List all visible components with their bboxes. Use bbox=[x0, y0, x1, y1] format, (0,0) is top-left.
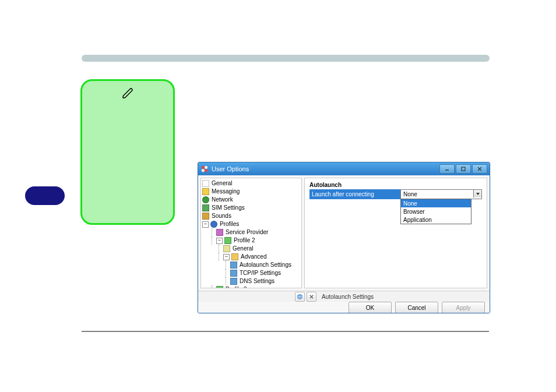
page-icon bbox=[202, 180, 209, 187]
tree-item-general[interactable]: General bbox=[202, 245, 301, 253]
option-browser[interactable]: Browser bbox=[401, 207, 471, 216]
svg-rect-5 bbox=[462, 167, 465, 171]
tree-item-messaging[interactable]: Messaging bbox=[202, 188, 301, 196]
sim-icon bbox=[202, 204, 209, 211]
leaf-icon bbox=[230, 270, 237, 277]
tree-item-label: Profile 2 bbox=[234, 236, 255, 245]
leaf-icon bbox=[230, 278, 237, 285]
close-button[interactable] bbox=[472, 164, 487, 174]
svg-point-2 bbox=[202, 169, 205, 172]
leaf-icon bbox=[230, 262, 237, 269]
tree-item-autolaunch-settings[interactable]: Autolaunch Settings bbox=[202, 261, 301, 269]
expander-icon[interactable]: − bbox=[202, 221, 209, 228]
tree-item-label: Autolaunch Settings bbox=[240, 261, 291, 269]
adv-icon bbox=[231, 253, 238, 260]
status-clear-icon[interactable] bbox=[307, 292, 316, 302]
top-rounded-divider bbox=[82, 55, 490, 62]
svg-marker-8 bbox=[476, 193, 480, 195]
section-title: Autolaunch bbox=[309, 182, 482, 188]
ok-button[interactable]: OK bbox=[349, 302, 392, 313]
tree-item-dns-settings[interactable]: DNS Settings bbox=[202, 277, 301, 285]
gen-icon bbox=[223, 245, 230, 252]
note-card bbox=[80, 79, 175, 225]
prof-icon bbox=[210, 221, 217, 228]
option-application[interactable]: Application bbox=[401, 216, 471, 224]
tree-item-label: DNS Settings bbox=[240, 277, 275, 285]
expander-icon[interactable]: − bbox=[223, 254, 230, 260]
settings-content-pane: Autolaunch Launch after connecting None … bbox=[304, 178, 487, 288]
tree-item-label: Service Provider bbox=[226, 228, 268, 236]
status-bar: Autolaunch Settings bbox=[198, 291, 490, 302]
app-icon bbox=[200, 165, 209, 173]
maximize-button[interactable] bbox=[456, 164, 471, 174]
status-text: Autolaunch Settings bbox=[322, 294, 374, 300]
tree-item-sim-settings[interactable]: SIM Settings bbox=[202, 204, 301, 212]
pen-icon bbox=[122, 87, 135, 100]
apply-button[interactable]: Apply bbox=[442, 302, 485, 313]
msg-icon bbox=[202, 188, 209, 195]
tree-item-label: Advanced bbox=[241, 253, 266, 261]
tree-item-label: General bbox=[233, 245, 254, 253]
tree-item-general[interactable]: General bbox=[202, 179, 301, 188]
dialog-title: User Options bbox=[212, 165, 439, 172]
tree-item-label: Network bbox=[212, 196, 233, 204]
indigo-pill bbox=[25, 186, 65, 205]
tree-item-label: SIM Settings bbox=[212, 204, 245, 212]
launch-after-connecting-value: None bbox=[403, 191, 417, 197]
launch-after-connecting-row: Launch after connecting None NoneBrowser… bbox=[309, 189, 482, 199]
tree-item-label: Profile 3 bbox=[226, 285, 247, 288]
profile-icon bbox=[224, 237, 231, 244]
status-globe-icon[interactable] bbox=[295, 292, 305, 302]
dropdown-arrow-icon[interactable] bbox=[473, 190, 481, 197]
tree-item-label: Profiles bbox=[220, 220, 239, 228]
settings-tree[interactable]: GeneralMessagingNetworkSIM SettingsSound… bbox=[200, 178, 302, 288]
tree-item-network[interactable]: Network bbox=[202, 196, 301, 204]
tree-item-profile-3[interactable]: Profile 3 bbox=[202, 285, 301, 288]
dialog-button-row: OK Cancel Apply bbox=[198, 302, 490, 313]
tree-item-label: Sounds bbox=[212, 212, 231, 220]
tree-item-tcp-ip-settings[interactable]: TCP/IP Settings bbox=[202, 269, 301, 277]
tree-item-label: TCP/IP Settings bbox=[240, 269, 281, 277]
bottom-divider bbox=[82, 331, 489, 332]
net-icon bbox=[202, 196, 209, 203]
launch-after-connecting-label: Launch after connecting bbox=[312, 191, 400, 197]
tree-item-profile-2[interactable]: −Profile 2 bbox=[202, 236, 301, 245]
expander-icon[interactable]: − bbox=[216, 238, 223, 244]
cancel-button[interactable]: Cancel bbox=[395, 302, 438, 313]
launch-after-connecting-dropdown[interactable]: NoneBrowserApplication bbox=[400, 199, 471, 224]
launch-after-connecting-select[interactable]: None bbox=[400, 189, 482, 199]
profile-icon bbox=[216, 286, 223, 288]
tree-item-sounds[interactable]: Sounds bbox=[202, 212, 301, 220]
tree-item-profiles[interactable]: −Profiles bbox=[202, 220, 301, 228]
tree-item-advanced[interactable]: −Advanced bbox=[202, 253, 301, 261]
user-options-dialog: User Options GeneralMessagingNetworkSIM … bbox=[198, 162, 490, 313]
dialog-titlebar[interactable]: User Options bbox=[198, 163, 490, 175]
svg-point-0 bbox=[202, 166, 205, 169]
svg-point-1 bbox=[205, 166, 207, 169]
svc-icon bbox=[216, 229, 223, 236]
tree-item-label: General bbox=[212, 179, 233, 188]
svg-point-3 bbox=[205, 169, 207, 172]
snd-icon bbox=[202, 213, 209, 220]
minimize-button[interactable] bbox=[439, 164, 455, 174]
tree-item-label: Messaging bbox=[212, 188, 240, 196]
tree-item-service-provider[interactable]: Service Provider bbox=[202, 228, 301, 236]
option-none[interactable]: None bbox=[401, 199, 471, 207]
